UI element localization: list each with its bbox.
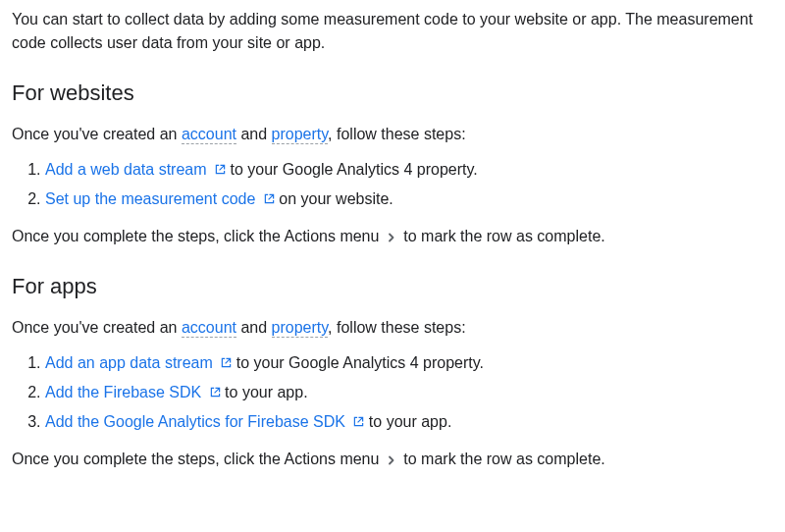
glossary-term-account[interactable]: account [182,319,236,338]
websites-actions-paragraph: Once you complete the steps, click the A… [12,225,773,248]
external-link-icon [264,193,275,204]
glossary-term-account[interactable]: account [182,126,236,144]
link-add-firebase-sdk[interactable]: Add the Firebase SDK [45,384,225,400]
list-item: Add a web data stream to your Google Ana… [45,158,773,182]
external-link-icon [215,164,226,175]
link-label: Add the Google Analytics for Firebase SD… [45,413,345,430]
apps-actions-paragraph: Once you complete the steps, click the A… [12,448,773,471]
link-setup-measurement-code[interactable]: Set up the measurement code [45,190,279,207]
text-fragment: , follow these steps: [328,126,466,142]
list-item: Add an app data stream to your Google An… [45,351,773,375]
text-fragment: Once you've created an [12,319,182,336]
link-add-app-data-stream[interactable]: Add an app data stream [45,354,236,371]
text-fragment: and [236,319,272,336]
text-fragment: to your Google Analytics 4 property. [230,161,477,178]
link-label: Set up the measurement code [45,190,255,207]
apps-steps-list: Add an app data stream to your Google An… [12,351,773,434]
intro-text: You can start to collect data by adding … [12,8,773,55]
text-fragment: to your app. [225,384,308,400]
external-link-icon [221,357,232,368]
list-item: Add the Firebase SDK to your app. [45,381,773,404]
link-add-ga-firebase-sdk[interactable]: Add the Google Analytics for Firebase SD… [45,413,369,430]
list-item: Set up the measurement code on your webs… [45,187,773,211]
link-add-web-data-stream[interactable]: Add a web data stream [45,161,230,178]
text-fragment: to your app. [369,413,452,430]
heading-for-websites: For websites [12,77,773,109]
list-item: Add the Google Analytics for Firebase SD… [45,410,773,434]
external-link-icon [353,416,364,427]
heading-for-apps: For apps [12,270,773,302]
text-fragment: to mark the row as complete. [399,228,605,244]
glossary-term-property[interactable]: property [272,126,329,144]
chevron-right-icon [386,232,397,243]
websites-lead-paragraph: Once you've created an account and prope… [12,123,773,146]
text-fragment: , follow these steps: [328,319,466,336]
text-fragment: and [236,126,272,142]
external-link-icon [210,387,221,398]
text-fragment: Once you complete the steps, click the A… [12,228,384,244]
glossary-term-property[interactable]: property [272,319,329,338]
text-fragment: on your website. [279,190,393,207]
link-label: Add the Firebase SDK [45,384,201,400]
text-fragment: Once you complete the steps, click the A… [12,451,384,467]
text-fragment: Once you've created an [12,126,182,142]
text-fragment: to mark the row as complete. [399,451,605,467]
link-label: Add a web data stream [45,161,207,178]
chevron-right-icon [386,454,397,466]
apps-lead-paragraph: Once you've created an account and prope… [12,316,773,340]
text-fragment: to your Google Analytics 4 property. [236,354,484,371]
websites-steps-list: Add a web data stream to your Google Ana… [12,158,773,211]
link-label: Add an app data stream [45,354,213,371]
